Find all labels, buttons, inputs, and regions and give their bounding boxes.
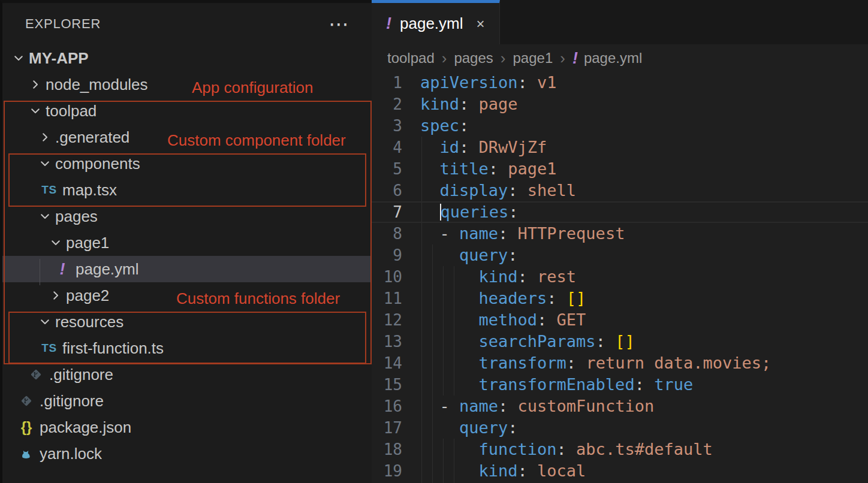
tree-item-package-json[interactable]: {}package.json — [2, 414, 372, 440]
breadcrumb-label: page.yml — [584, 50, 642, 67]
breadcrumb: toolpad›pages›page1›!page.yml — [372, 44, 868, 72]
yaml-warning-icon: ! — [386, 14, 391, 33]
tree-indent-guide — [40, 259, 40, 285]
line-content: title: page1 — [420, 158, 557, 180]
yarn-icon — [18, 447, 35, 460]
line-number: 9 — [372, 244, 402, 266]
line-number: 17 — [372, 417, 402, 439]
code-line-9[interactable]: 9 query: — [372, 244, 868, 266]
tree-item-label: .gitignore — [49, 366, 113, 384]
line-content: searchParams: [] — [420, 331, 635, 352]
line-number: 1 — [372, 72, 402, 93]
breadcrumb-item-toolpad[interactable]: toolpad — [387, 50, 435, 67]
tree-item-toolpad[interactable]: toolpad — [2, 98, 372, 124]
code-line-13[interactable]: 13 searchParams: [] — [372, 331, 868, 352]
code-line-7[interactable]: 7 queries: — [372, 201, 868, 223]
tree-item-page1[interactable]: page1 — [2, 230, 372, 256]
tree-item-pages[interactable]: pages — [2, 203, 372, 230]
line-content: headers: [] — [420, 288, 586, 309]
code-line-11[interactable]: 11 headers: [] — [372, 288, 868, 309]
tree-item-yarn-lock[interactable]: yarn.lock — [2, 440, 372, 467]
tree-item-label: resources — [55, 313, 123, 331]
tab-close-icon[interactable]: × — [477, 16, 485, 32]
tree-item-label: page.yml — [76, 260, 139, 279]
code-line-4[interactable]: 4 id: DRwVjZf — [372, 137, 868, 158]
code-line-16[interactable]: 16 - name: customFunction — [372, 396, 868, 417]
line-content: queries: — [420, 201, 519, 223]
tree-item-map-tsx[interactable]: TSmap.tsx — [2, 177, 372, 203]
code-line-19[interactable]: 19 kind: local — [372, 460, 868, 482]
breadcrumb-item-page1[interactable]: page1 — [513, 50, 553, 67]
tree-item-label: .gitignore — [40, 392, 104, 410]
tree-item-label: page1 — [66, 234, 109, 252]
tree-item-page-yml[interactable]: !page.yml — [2, 256, 372, 282]
tree-item-label: page2 — [66, 286, 109, 305]
line-number: 6 — [372, 180, 402, 201]
line-content: display: shell — [420, 180, 576, 201]
tree-item-resources[interactable]: resources — [2, 309, 372, 335]
line-content: transform: return data.movies; — [420, 352, 771, 374]
chevron-down-icon — [48, 235, 64, 250]
tree-item-label: toolpad — [46, 102, 97, 120]
line-content: kind: rest — [420, 266, 576, 288]
code-line-2[interactable]: 2kind: page — [372, 93, 868, 115]
code-lines: 1apiVersion: v12kind: page3spec:4 id: DR… — [372, 72, 868, 482]
line-content: - name: HTTPrequest — [420, 223, 625, 244]
chevron-down-icon — [37, 209, 53, 224]
tree-item--gitignore[interactable]: .gitignore — [2, 388, 372, 414]
git-icon — [18, 394, 35, 407]
line-number: 19 — [372, 460, 402, 482]
code-line-10[interactable]: 10 kind: rest — [372, 266, 868, 288]
tab-bar: ! page.yml × — [372, 0, 868, 44]
code-line-18[interactable]: 18 function: abc.ts#default — [372, 439, 868, 460]
code-line-5[interactable]: 5 title: page1 — [372, 158, 868, 180]
line-number: 4 — [372, 137, 402, 158]
line-content: - name: customFunction — [420, 396, 654, 417]
explorer-header: EXPLORER ⋯ — [25, 16, 354, 32]
text-cursor — [440, 204, 441, 221]
line-content: kind: local — [420, 460, 586, 482]
code-editor[interactable]: 1apiVersion: v12kind: page3spec:4 id: DR… — [372, 72, 868, 483]
tree-item-page2[interactable]: page2 — [2, 282, 372, 309]
breadcrumb-label: toolpad — [387, 50, 435, 67]
line-number: 14 — [372, 352, 402, 374]
line-number: 16 — [372, 396, 402, 417]
code-line-3[interactable]: 3spec: — [372, 115, 868, 137]
tree-item-components[interactable]: components — [2, 150, 372, 177]
breadcrumb-item-pages[interactable]: pages — [454, 50, 493, 67]
tree-item-label: MY-APP — [29, 49, 89, 68]
line-number: 5 — [372, 158, 402, 180]
code-line-6[interactable]: 6 display: shell — [372, 180, 868, 201]
code-line-8[interactable]: 8 - name: HTTPrequest — [372, 223, 868, 244]
code-line-1[interactable]: 1apiVersion: v1 — [372, 72, 868, 93]
tree-item--gitignore[interactable]: .gitignore — [2, 361, 372, 388]
explorer-sidebar: EXPLORER ⋯ MY-APPnode_modulestoolpad.gen… — [0, 0, 372, 483]
breadcrumb-item-page-yml[interactable]: !page.yml — [572, 49, 642, 68]
line-number: 11 — [372, 288, 402, 309]
tree-item-first-function-ts[interactable]: TSfirst-function.ts — [2, 335, 372, 361]
chevron-right-icon — [28, 77, 43, 92]
breadcrumb-label: pages — [454, 50, 493, 67]
code-line-17[interactable]: 17 query: — [372, 417, 868, 439]
breadcrumb-label: page1 — [513, 50, 553, 67]
line-content: spec: — [420, 115, 469, 137]
typescript-icon: TS — [41, 342, 58, 355]
tab-page-yml[interactable]: ! page.yml × — [372, 0, 500, 44]
line-number: 3 — [372, 115, 402, 137]
tree-item--generated[interactable]: .generated — [2, 124, 372, 150]
more-actions-icon[interactable]: ⋯ — [324, 18, 354, 30]
line-number: 2 — [372, 93, 402, 115]
tree-item-label: .generated — [55, 128, 129, 147]
yaml-warning-icon: ! — [54, 260, 71, 279]
chevron-right-icon — [48, 288, 64, 303]
code-line-15[interactable]: 15 transformEnabled: true — [372, 374, 868, 396]
code-line-12[interactable]: 12 method: GET — [372, 309, 868, 331]
tree-item-node-modules[interactable]: node_modules — [2, 71, 372, 98]
line-content: kind: page — [420, 93, 518, 115]
chevron-down-icon — [28, 103, 43, 119]
breadcrumb-separator: › — [442, 49, 447, 68]
tree-item-my-app[interactable]: MY-APP — [2, 45, 372, 71]
code-line-14[interactable]: 14 transform: return data.movies; — [372, 352, 868, 374]
yaml-warning-icon: ! — [572, 49, 578, 68]
json-icon: {} — [18, 419, 35, 436]
